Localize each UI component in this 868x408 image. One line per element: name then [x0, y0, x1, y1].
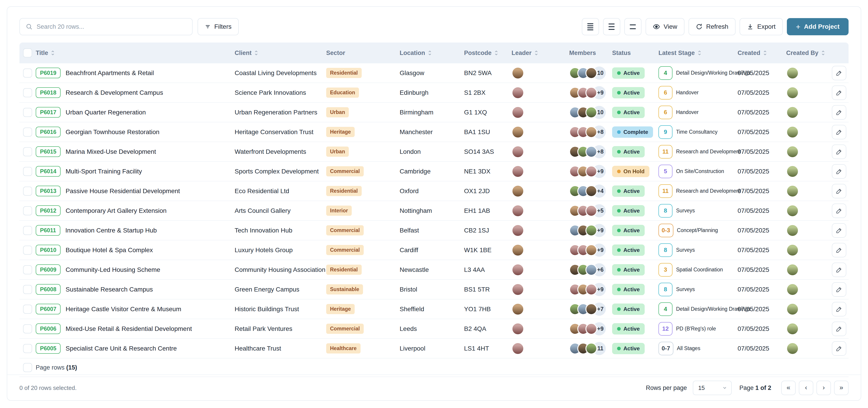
- client-name: Science Park Innovations: [235, 89, 306, 96]
- row-checkbox[interactable]: [23, 167, 32, 176]
- export-button[interactable]: Export: [740, 18, 783, 35]
- column-header-sector[interactable]: Sector: [326, 50, 400, 57]
- stage-label: Surveys: [676, 286, 695, 292]
- edit-row-button[interactable]: [832, 282, 846, 297]
- edit-row-button[interactable]: [832, 86, 846, 100]
- postcode: NE1 3DX: [464, 168, 491, 175]
- row-checkbox[interactable]: [23, 108, 32, 117]
- search-box[interactable]: [20, 18, 193, 35]
- row-checkbox[interactable]: [23, 265, 32, 274]
- status-badge: Active: [612, 284, 645, 295]
- edit-row-button[interactable]: [832, 66, 846, 80]
- status-dot-icon: [617, 229, 621, 232]
- members-avatars: +5: [569, 204, 606, 217]
- edit-row-button[interactable]: [832, 243, 846, 257]
- table-row[interactable]: P6008 Sustainable Research Campus Green …: [20, 280, 848, 299]
- next-page-button[interactable]: ›: [816, 381, 831, 395]
- pencil-icon: [836, 188, 842, 194]
- table-row[interactable]: P6010 Boutique Hotel & Spa Complex Luxur…: [20, 240, 848, 260]
- stage-badge: 6: [658, 106, 673, 119]
- column-header-title[interactable]: Title: [36, 50, 235, 57]
- row-checkbox[interactable]: [23, 324, 32, 333]
- sector-badge: Heritage: [326, 304, 355, 314]
- column-header-client[interactable]: Client: [235, 50, 326, 57]
- table-row[interactable]: P6015 Marina Mixed-Use Development Water…: [20, 142, 848, 162]
- density-compact-button[interactable]: [582, 18, 599, 35]
- search-icon: [26, 23, 33, 30]
- column-header-location[interactable]: Location: [400, 50, 464, 57]
- row-checkbox[interactable]: [23, 206, 32, 215]
- rows-per-page-value: 15: [698, 384, 705, 391]
- row-checkbox[interactable]: [23, 304, 32, 314]
- row-checkbox[interactable]: [23, 245, 32, 255]
- postcode: LS1 4HT: [464, 345, 489, 352]
- edit-row-button[interactable]: [832, 341, 846, 356]
- edit-row-button[interactable]: [832, 302, 846, 316]
- edit-row-button[interactable]: [832, 184, 846, 198]
- stage-badge: 8: [658, 243, 673, 257]
- filters-button[interactable]: Filters: [197, 18, 239, 35]
- table-row[interactable]: P6005 Specialist Care Unit & Research Ce…: [20, 339, 848, 358]
- leader-avatar: [512, 244, 524, 257]
- table-row[interactable]: P6019 Beachfront Apartments & Retail Coa…: [20, 63, 848, 83]
- first-page-button[interactable]: «: [781, 381, 796, 395]
- table-row[interactable]: P6009 Community-Led Housing Scheme Commu…: [20, 260, 848, 280]
- postcode: OX1 2JD: [464, 187, 490, 195]
- status-dot-icon: [617, 150, 621, 153]
- table-row[interactable]: P6016 Georgian Townhouse Restoration Her…: [20, 122, 848, 142]
- table-row[interactable]: P6013 Passive House Residential Developm…: [20, 181, 848, 201]
- prev-page-button[interactable]: ‹: [799, 381, 813, 395]
- row-checkbox[interactable]: [23, 226, 32, 235]
- members-avatars: 10: [569, 106, 606, 119]
- row-checkbox[interactable]: [23, 88, 32, 97]
- edit-row-button[interactable]: [832, 204, 846, 218]
- sort-icon: [698, 50, 702, 56]
- row-checkbox[interactable]: [23, 285, 32, 294]
- edit-row-button[interactable]: [832, 263, 846, 277]
- table-row[interactable]: P6014 Multi-Sport Training Facility Spor…: [20, 162, 848, 181]
- status-label: Active: [623, 267, 640, 273]
- stage-label: All Stages: [677, 345, 701, 351]
- edit-row-button[interactable]: [832, 223, 846, 238]
- edit-row-button[interactable]: [832, 164, 846, 179]
- column-header-stage[interactable]: Latest Stage: [658, 50, 738, 57]
- edit-row-button[interactable]: [832, 105, 846, 120]
- sector-badge: Commercial: [326, 324, 364, 334]
- add-project-button[interactable]: + Add Project: [787, 18, 848, 35]
- table-row[interactable]: P6012 Contemporary Art Gallery Extension…: [20, 201, 848, 221]
- table-row[interactable]: P6011 Innovation Centre & Startup Hub Te…: [20, 221, 848, 240]
- column-header-created[interactable]: Created: [738, 50, 786, 57]
- column-header-leader[interactable]: Leader: [512, 50, 569, 57]
- status-badge: Active: [612, 146, 645, 157]
- rows-per-page-select[interactable]: 15: [693, 381, 732, 395]
- table-row[interactable]: P6017 Urban Quarter Regeneration Urban R…: [20, 103, 848, 122]
- row-checkbox[interactable]: [23, 344, 32, 353]
- density-spacious-button[interactable]: [624, 18, 642, 35]
- edit-row-button[interactable]: [832, 125, 846, 139]
- column-header-members[interactable]: Members: [569, 50, 612, 57]
- location: Birmingham: [400, 109, 433, 116]
- search-input[interactable]: [37, 23, 186, 30]
- created-by-avatar: [786, 106, 799, 119]
- row-checkbox[interactable]: [23, 127, 32, 137]
- table-row[interactable]: P6018 Research & Development Campus Scie…: [20, 83, 848, 103]
- refresh-button[interactable]: Refresh: [688, 18, 736, 35]
- edit-row-button[interactable]: [832, 322, 846, 336]
- edit-row-button[interactable]: [832, 145, 846, 159]
- column-header-createdby[interactable]: Created By: [786, 50, 831, 57]
- last-page-button[interactable]: »: [834, 381, 848, 395]
- select-all-checkbox[interactable]: [23, 49, 32, 57]
- table-row[interactable]: P6007 Heritage Castle Visitor Centre & M…: [20, 299, 848, 319]
- column-header-postcode[interactable]: Postcode: [464, 50, 512, 57]
- sort-icon: [534, 50, 538, 56]
- page-rows-checkbox[interactable]: [23, 363, 32, 372]
- table-row[interactable]: P6006 Mixed-Use Retail & Residential Dev…: [20, 319, 848, 339]
- column-header-status[interactable]: Status: [612, 50, 658, 57]
- row-checkbox[interactable]: [23, 186, 32, 196]
- row-checkbox[interactable]: [23, 147, 32, 156]
- density-comfortable-button[interactable]: [603, 18, 620, 35]
- view-button[interactable]: View: [646, 18, 684, 35]
- row-checkbox[interactable]: [23, 68, 32, 78]
- status-label: Active: [623, 306, 640, 312]
- sector-badge: Interior: [326, 206, 352, 216]
